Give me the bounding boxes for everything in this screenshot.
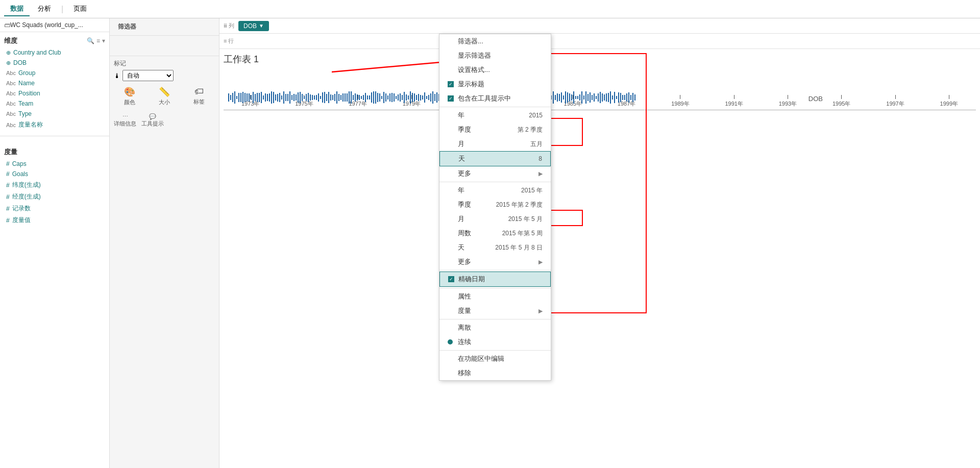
measure-item-度量值[interactable]: #度量值 — [4, 214, 105, 226]
filter-area[interactable] — [110, 36, 219, 56]
dim-label: Type — [18, 110, 32, 117]
checkbox-icon: ✓ — [448, 81, 454, 87]
datasource-label[interactable]: WC Squads (world_cup_... — [10, 21, 83, 29]
menu-item-more_val[interactable]: 更多▶ — [439, 255, 551, 269]
left-panel: 🗃 WC Squads (world_cup_... 维度 🔍 ≡ ▾ ⊕Cou… — [0, 18, 110, 468]
dim-item-DOB[interactable]: ⊕DOB — [4, 58, 105, 68]
menu-item-day_part[interactable]: 天8 — [439, 151, 551, 166]
dropdown-arrow-icon: ▼ — [259, 23, 264, 29]
geo-icon: ⊕ — [6, 50, 11, 56]
dot-marks-area — [224, 69, 976, 108]
menu-item-edit_in_shelf[interactable]: 在功能区中编辑 — [439, 352, 551, 366]
menu-item-month_part[interactable]: 月五月 — [439, 137, 551, 151]
dim-item-Position[interactable]: AbcPosition — [4, 88, 105, 98]
abc-icon: Abc — [6, 122, 16, 128]
dot-mark — [306, 94, 307, 101]
middle-panel: 筛选器 标记 🌡 自动 🎨 颜色 📏 — [110, 18, 219, 468]
menu-item-label: 周数 — [458, 229, 471, 238]
menu-item-label: 年 — [458, 186, 464, 195]
dim-item-Team[interactable]: AbcTeam — [4, 98, 105, 109]
marks-color[interactable]: 🎨 颜色 — [114, 86, 145, 106]
measure-item-经度(生成)[interactable]: #经度(生成) — [4, 191, 105, 203]
dot-mark — [322, 92, 323, 103]
measure-item-记录数[interactable]: #记录数 — [4, 203, 105, 214]
menu-item-format[interactable]: 设置格式... — [439, 63, 551, 77]
menu-item-quarter_val[interactable]: 季度2015 年第 2 季度 — [439, 198, 551, 212]
menu-item-attribute[interactable]: 属性 — [439, 289, 551, 304]
dot-mark — [624, 95, 625, 100]
dot-mark — [351, 91, 352, 104]
menu-item-week_val[interactable]: 周数2015 年第 5 周 — [439, 226, 551, 240]
dim-item-度量名称[interactable]: Abc度量名称 — [4, 119, 105, 131]
dot-mark — [610, 91, 611, 104]
dim-label: Position — [18, 90, 40, 97]
measure-item-Caps[interactable]: #Caps — [4, 159, 105, 169]
dim-item-Name[interactable]: AbcName — [4, 78, 105, 88]
menu-item-show_header[interactable]: ✓显示标题 — [439, 77, 551, 91]
dot-mark — [596, 96, 597, 100]
measure-label: 经度(生成) — [12, 192, 41, 201]
dim-item-Type[interactable]: AbcType — [4, 109, 105, 119]
menu-item-month_val[interactable]: 月2015 年 5 月 — [439, 212, 551, 226]
menu-item-year_part[interactable]: 年2015 — [439, 108, 551, 122]
menu-item-label: 属性 — [458, 292, 471, 301]
tab-data[interactable]: 数据 — [4, 2, 30, 16]
size-icon: 📏 — [159, 86, 170, 97]
menu-item-discrete[interactable]: 离散 — [439, 321, 551, 335]
menu-item-measure[interactable]: 度量▶ — [439, 304, 551, 318]
menu-item-continuous[interactable]: 连续 — [439, 335, 551, 349]
dim-label: Group — [18, 69, 35, 77]
dot-mark — [318, 93, 319, 102]
menu-divider — [439, 107, 551, 107]
menu-item-more_part[interactable]: 更多▶ — [439, 166, 551, 181]
size-label: 大小 — [159, 98, 170, 106]
menu-item-show_filter[interactable]: 显示筛选器 — [439, 48, 551, 63]
marks-tooltip[interactable]: 💬 工具提示 — [141, 113, 164, 128]
measure-icon: # — [6, 217, 10, 224]
label-label: 标签 — [193, 98, 205, 106]
menu-item-day_val[interactable]: 天2015 年 5 月 8 日 — [439, 240, 551, 255]
color-icon: 🎨 — [124, 86, 135, 97]
dot-mark — [338, 94, 339, 101]
marks-label[interactable]: 🏷 标签 — [183, 86, 215, 106]
dot-mark — [579, 94, 580, 101]
tab-page[interactable]: 页面 — [67, 2, 93, 16]
sort-icon[interactable]: ≡ — [96, 37, 100, 44]
dot-mark — [289, 91, 290, 104]
dim-item-CountryandClub[interactable]: ⊕Country and Club — [4, 47, 105, 58]
dot-mark — [369, 95, 370, 99]
dot-mark — [420, 95, 421, 101]
menu-divider — [439, 350, 551, 351]
menu-item-quarter_part[interactable]: 季度第 2 季度 — [439, 122, 551, 137]
measure-item-纬度(生成)[interactable]: #纬度(生成) — [4, 179, 105, 191]
dot-mark — [381, 96, 382, 99]
menu-item-include_tooltip[interactable]: ✓包含在工具提示中 — [439, 91, 551, 106]
dot-mark — [553, 91, 554, 104]
menu-item-remove[interactable]: 移除 — [439, 366, 551, 380]
dot-mark — [418, 94, 419, 101]
main-layout: 🗃 WC Squads (world_cup_... 维度 🔍 ≡ ▾ ⊕Cou… — [0, 18, 980, 468]
tab-analysis[interactable]: 分析 — [32, 2, 57, 16]
check-icon: ✓ — [448, 95, 456, 102]
menu-item-label: 筛选器... — [458, 37, 483, 46]
dimension-icons: 🔍 ≡ ▾ — [87, 37, 105, 44]
dot-mark — [422, 95, 423, 100]
marks-size[interactable]: 📏 大小 — [149, 86, 180, 106]
measure-item-Goals[interactable]: #Goals — [4, 169, 105, 179]
marks-type-select[interactable]: 自动 — [122, 70, 174, 81]
menu-item-value: 第 2 季度 — [518, 126, 543, 134]
menu-item-year_val[interactable]: 年2015 年 — [439, 183, 551, 198]
menu-item-exact_date[interactable]: ✓精确日期 — [439, 272, 551, 287]
dot-mark — [587, 94, 589, 101]
measures-list: #Caps#Goals#纬度(生成)#经度(生成)#记录数#度量值 — [4, 159, 105, 226]
marks-detail-info[interactable]: ⋯ 详细信息 — [114, 113, 136, 128]
abc-icon: Abc — [6, 111, 16, 117]
add-icon[interactable]: ▾ — [102, 37, 105, 44]
menu-item-value: 2015 年第 2 季度 — [496, 201, 543, 209]
dob-pill[interactable]: DOB ▼ — [238, 21, 269, 31]
dim-item-Group[interactable]: AbcGroup — [4, 68, 105, 78]
menu-item-filter[interactable]: 筛选器... — [439, 34, 551, 48]
dot-mark — [257, 93, 258, 103]
search-icon[interactable]: 🔍 — [87, 37, 94, 44]
dot-mark — [379, 93, 380, 102]
